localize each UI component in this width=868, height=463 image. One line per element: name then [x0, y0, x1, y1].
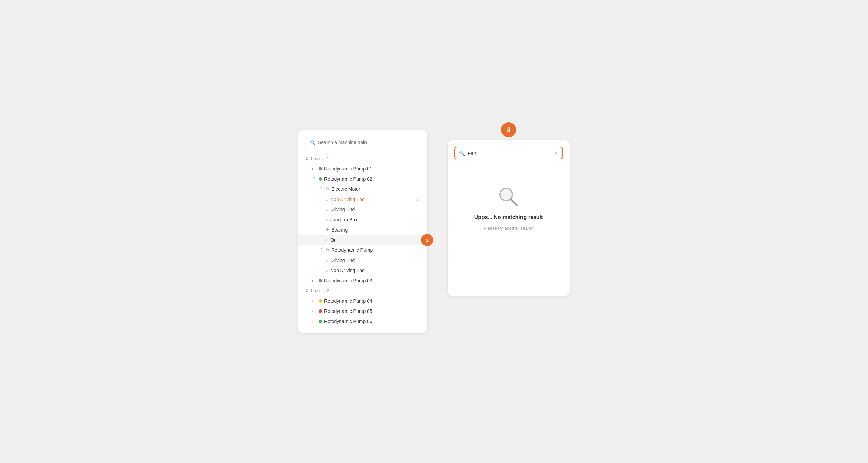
rotodynamic-pump-child-item[interactable]: › ⚙ Rotodynamic Pump	[298, 245, 427, 255]
non-driving-end-pump-label: Non Driving End	[330, 268, 365, 273]
process-2-label: Process 2	[311, 288, 329, 293]
on-label: On	[330, 237, 337, 243]
search-machine-train-wrapper[interactable]: 🔍 ✕	[454, 147, 563, 159]
chevron-pump-04-icon: ›	[312, 299, 317, 303]
cog-icon-bearing: ⚙	[326, 227, 329, 232]
clear-search-icon[interactable]: ✕	[554, 150, 558, 156]
no-result-sub: Please try another search	[484, 226, 534, 231]
junction-box-label: Junction Box	[330, 217, 357, 222]
bearing-label: Bearing	[331, 227, 348, 233]
driving-end-label: Driving End	[330, 207, 355, 212]
status-dot-yellow	[319, 299, 322, 303]
process-1-section: ⚙ Process 1 › Rotodynamic Pump 01 › Roto…	[298, 154, 427, 286]
process-1-header: ⚙ Process 1	[298, 154, 427, 164]
driving-end-pump-item[interactable]: ◇ Driving End	[298, 255, 427, 265]
chevron-icon: ›	[312, 167, 317, 171]
no-result-title: Upps... No matching result	[474, 214, 543, 220]
diamond-icon: ◇	[326, 198, 328, 201]
pump-01-label: Rotodynamic Pump 01	[324, 166, 372, 172]
no-result-magnifier-icon	[497, 185, 520, 209]
process-2-icon: ⚙	[305, 288, 309, 293]
diamond-icon-on: ◇	[326, 238, 328, 242]
chevron-motor-icon: ›	[319, 187, 323, 192]
driving-end-item[interactable]: ◇ Driving End	[298, 204, 427, 215]
process-2-section: ⚙ Process 2 › Rotodynamic Pump 04 › Roto…	[298, 286, 427, 326]
machine-train-search-wrapper[interactable]: 🔍	[305, 137, 420, 148]
status-dot-green-2	[319, 177, 322, 181]
on-item-wrapper: ◇ On 2	[298, 235, 427, 245]
chevron-pump-05-icon: ›	[312, 309, 317, 313]
pump-02-label: Rotodynamic Pump 02	[324, 176, 372, 182]
pump-01-item[interactable]: › Rotodynamic Pump 01	[298, 164, 427, 174]
diamond-icon-3: ◇	[326, 218, 328, 222]
machine-train-search-input[interactable]	[318, 140, 416, 145]
status-dot-red	[319, 309, 322, 313]
electric-motor-item[interactable]: › ⚙ Electric Motor	[298, 184, 427, 194]
pump-02-item[interactable]: › Rotodynamic Pump 02	[298, 174, 427, 184]
non-driving-end-item[interactable]: ◇ Non Driving End ✓	[298, 194, 427, 204]
non-driving-end-label: Non Driving End	[330, 197, 365, 202]
status-dot-green-4	[319, 320, 322, 323]
chevron-bearing-icon: ›	[319, 227, 323, 232]
driving-end-pump-label: Driving End	[330, 258, 355, 263]
diamond-icon-5: ◇	[326, 269, 328, 273]
search-icon: 🔍	[310, 140, 315, 145]
diamond-icon-4: ◇	[326, 259, 328, 262]
process-1-label: Process 1	[311, 156, 329, 161]
pump-06-label: Rotodynamic Pump 06	[324, 319, 372, 324]
chevron-pump-child-icon: ›	[319, 248, 323, 253]
pump-04-label: Rotodynamic Pump 04	[324, 298, 372, 304]
no-result-area: Upps... No matching result Please try an…	[454, 165, 563, 251]
pump-03-label: Rotodynamic Pump 03	[324, 278, 372, 283]
electric-motor-label: Electric Motor	[331, 186, 360, 192]
process-2-header: ⚙ Process 2	[298, 286, 427, 296]
right-panel: 🔍 ✕ Upps... No matching result Please tr…	[448, 140, 570, 296]
rotodynamic-pump-child-label: Rotodynamic Pump	[331, 247, 373, 253]
pump-03-item[interactable]: › Rotodynamic Pump 03	[298, 276, 427, 286]
on-item[interactable]: ◇ On	[298, 235, 427, 245]
junction-box-item[interactable]: ◇ Junction Box	[298, 215, 427, 225]
search-machine-train-input[interactable]	[468, 150, 551, 156]
cog-icon: ⚙	[326, 187, 329, 192]
search-icon-right: 🔍	[459, 150, 465, 156]
right-panel-wrapper: 3 🔍 ✕ Upps... No matching result Please …	[448, 140, 570, 296]
status-dot-green	[319, 167, 322, 170]
bearing-item[interactable]: › ⚙ Bearing	[298, 225, 427, 235]
pump-06-item[interactable]: › Rotodynamic Pump 06	[298, 316, 427, 326]
check-icon: ✓	[416, 197, 420, 202]
main-container: 🔍 ⚙ Process 1 › Rotodynamic Pump 01 › Ro…	[285, 116, 583, 347]
status-dot-green-3	[319, 279, 322, 282]
cog-icon-pump-child: ⚙	[326, 248, 329, 253]
step-3-badge: 3	[501, 122, 516, 137]
process-icon: ⚙	[305, 156, 309, 161]
step-2-badge: 2	[421, 234, 433, 246]
chevron-expanded-icon: ›	[313, 177, 316, 181]
pump-05-label: Rotodynamic Pump 05	[324, 308, 372, 314]
pump-05-item[interactable]: › Rotodynamic Pump 05	[298, 306, 427, 316]
chevron-pump-03-icon: ›	[312, 279, 317, 283]
diamond-icon-2: ◇	[326, 208, 328, 212]
svg-line-1	[511, 199, 517, 205]
non-driving-end-pump-item[interactable]: ◇ Non Driving End	[298, 265, 427, 276]
pump-04-item[interactable]: › Rotodynamic Pump 04	[298, 296, 427, 306]
left-panel: 🔍 ⚙ Process 1 › Rotodynamic Pump 01 › Ro…	[298, 130, 427, 333]
search-container: 🔍	[298, 137, 427, 154]
chevron-pump-06-icon: ›	[312, 320, 317, 323]
